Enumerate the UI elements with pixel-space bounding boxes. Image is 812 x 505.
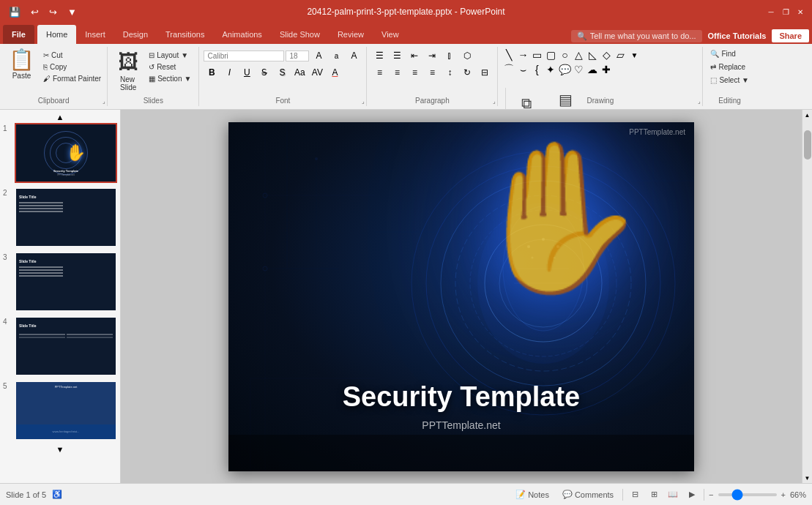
decrease-indent-button[interactable]: ⇤	[406, 48, 422, 63]
slide-thumb-1[interactable]: 1 ✋ Security Template PPTTemplate.net	[3, 123, 117, 183]
share-button[interactable]: Share	[772, 29, 809, 42]
underline-button[interactable]: U	[239, 65, 255, 80]
bracket-shape-icon[interactable]: {	[530, 63, 543, 76]
scroll-down-arrow[interactable]: ▼	[3, 445, 117, 454]
new-slide-button[interactable]: 🖼 New Slide	[112, 48, 144, 93]
bullets-button[interactable]: ☰	[371, 48, 387, 63]
smartart-button[interactable]: ⬡	[459, 48, 475, 63]
line-shape-icon[interactable]: ╲	[502, 48, 515, 61]
slide-thumbnail-5[interactable]: PPTTemplate.net www.heritagechrist...	[15, 381, 117, 441]
select-button[interactable]: ⬚ Select ▼	[707, 75, 751, 86]
center-button[interactable]: ≡	[389, 65, 405, 80]
slide-thumbnail-4[interactable]: Slide Title	[15, 316, 117, 376]
save-button[interactable]: 💾	[6, 5, 23, 19]
scroll-up-arrow[interactable]: ▲	[3, 113, 117, 121]
increase-indent-button[interactable]: ⇥	[424, 48, 440, 63]
more-shapes-btn[interactable]: ▼	[627, 48, 641, 61]
drawing-expand-icon[interactable]: ⌟	[698, 98, 701, 105]
text-shadow-button[interactable]: S	[274, 65, 290, 80]
tell-me-input[interactable]: 🔍 Tell me what you want to do...	[571, 30, 702, 42]
line-spacing-button[interactable]: ↕	[442, 65, 458, 80]
replace-button[interactable]: ⇄ Replace	[707, 61, 748, 72]
tab-design[interactable]: Design	[114, 25, 157, 44]
tab-review[interactable]: Review	[329, 25, 373, 44]
star-shape-icon[interactable]: ✦	[544, 63, 557, 76]
font-size-input[interactable]	[286, 50, 309, 61]
clear-formatting-button[interactable]: A	[346, 48, 362, 63]
comments-button[interactable]: 💬 Comments	[558, 488, 618, 501]
tab-transitions[interactable]: Transitions	[157, 25, 213, 44]
find-button[interactable]: 🔍 Find	[707, 48, 738, 59]
tab-view[interactable]: View	[373, 25, 408, 44]
slide-main-subtitle[interactable]: PPTTemplate.net	[228, 419, 694, 431]
layout-button[interactable]: ⊟ Layout ▼	[146, 50, 194, 61]
slide-thumb-3[interactable]: 3 Slide Title	[3, 252, 117, 312]
diamond-shape-icon[interactable]: ◇	[600, 48, 613, 61]
customize-quick-access-button[interactable]: ▼	[64, 5, 80, 19]
slide-thumb-2[interactable]: 2 Slide Title	[3, 187, 117, 247]
decrease-font-size-button[interactable]: a	[328, 48, 344, 63]
align-left-button[interactable]: ≡	[371, 65, 387, 80]
tab-slideshow[interactable]: Slide Show	[271, 25, 329, 44]
copy-button[interactable]: ⎘ Copy	[40, 61, 104, 72]
scroll-down-button[interactable]: ▼	[802, 473, 813, 483]
zoom-slider[interactable]	[718, 493, 777, 496]
slide-thumbnail-3[interactable]: Slide Title	[15, 252, 117, 312]
tab-home[interactable]: Home	[37, 25, 76, 44]
align-text-button[interactable]: ⊟	[477, 65, 493, 80]
numbering-button[interactable]: ☰	[389, 48, 405, 63]
oval-shape-icon[interactable]: ○	[558, 48, 571, 61]
tab-animations[interactable]: Animations	[213, 25, 270, 44]
slide-thumbnail-2[interactable]: Slide Title	[15, 187, 117, 247]
bold-button[interactable]: B	[204, 65, 220, 80]
heart-shape-icon[interactable]: ♡	[572, 63, 585, 76]
slide-panel[interactable]: ▲ 1 ✋ Security Template PPTTemplate.net …	[0, 110, 121, 483]
increase-font-size-button[interactable]: A	[310, 48, 327, 63]
slide-thumb-5[interactable]: 5 PPTTemplate.net www.heritagechrist...	[3, 381, 117, 441]
cross-shape-icon[interactable]: ✚	[600, 63, 613, 76]
paste-button[interactable]: 📋 Paste	[4, 48, 39, 81]
clipboard-expand-icon[interactable]: ⌟	[103, 98, 105, 105]
slide-main-title[interactable]: Security Template	[228, 381, 694, 413]
font-name-input[interactable]	[204, 50, 284, 61]
italic-button[interactable]: I	[221, 65, 237, 80]
callout-shape-icon[interactable]: 💬	[558, 63, 571, 76]
cloud-shape-icon[interactable]: ☁	[586, 63, 599, 76]
rounded-rect-shape-icon[interactable]: ▢	[544, 48, 557, 61]
zoom-in-button[interactable]: +	[781, 490, 786, 499]
tab-insert[interactable]: Insert	[76, 25, 114, 44]
slideshow-button[interactable]: ▶	[685, 489, 699, 501]
curve-shape-icon[interactable]: ⌒	[502, 63, 515, 76]
paragraph-expand-icon[interactable]: ⌟	[493, 98, 496, 105]
section-button[interactable]: ▦ Section ▼	[146, 73, 194, 84]
undo-button[interactable]: ↩	[28, 5, 42, 19]
minimize-button[interactable]: ─	[765, 6, 777, 18]
strikethrough-button[interactable]: S̶	[256, 65, 272, 80]
arrow-shape-icon[interactable]: →	[516, 48, 529, 61]
restore-button[interactable]: ❐	[780, 6, 791, 18]
justify-button[interactable]: ≡	[424, 65, 440, 80]
align-right-button[interactable]: ≡	[406, 65, 422, 80]
format-painter-button[interactable]: 🖌 Format Painter	[40, 73, 104, 84]
font-color-button[interactable]: A	[327, 65, 343, 80]
reading-view-button[interactable]: 📖	[666, 489, 680, 501]
slide-sorter-button[interactable]: ⊞	[647, 489, 661, 501]
change-case-button[interactable]: Aa	[291, 65, 308, 80]
reset-button[interactable]: ↺ Reset	[146, 61, 194, 72]
triangle-shape-icon[interactable]: △	[572, 48, 585, 61]
close-button[interactable]: ✕	[794, 6, 806, 18]
slide-thumb-4[interactable]: 4 Slide Title	[3, 316, 117, 376]
parallelogram-shape-icon[interactable]: ▱	[614, 48, 627, 61]
normal-view-button[interactable]: ⊟	[627, 489, 642, 501]
char-spacing-button[interactable]: AV	[309, 65, 325, 80]
cut-button[interactable]: ✂ Cut	[40, 50, 104, 61]
rt-triangle-shape-icon[interactable]: ◺	[586, 48, 599, 61]
zoom-out-button[interactable]: −	[709, 490, 713, 499]
font-expand-icon[interactable]: ⌟	[362, 98, 365, 105]
rectangle-shape-icon[interactable]: ▭	[530, 48, 543, 61]
main-slide[interactable]: ✋ PPTTemplate.net Security Template PPTT…	[228, 122, 694, 471]
columns-button[interactable]: ⫿	[442, 48, 458, 63]
redo-button[interactable]: ↪	[46, 5, 60, 19]
text-direction-button[interactable]: ↻	[459, 65, 475, 80]
tab-file[interactable]: File	[3, 25, 34, 44]
